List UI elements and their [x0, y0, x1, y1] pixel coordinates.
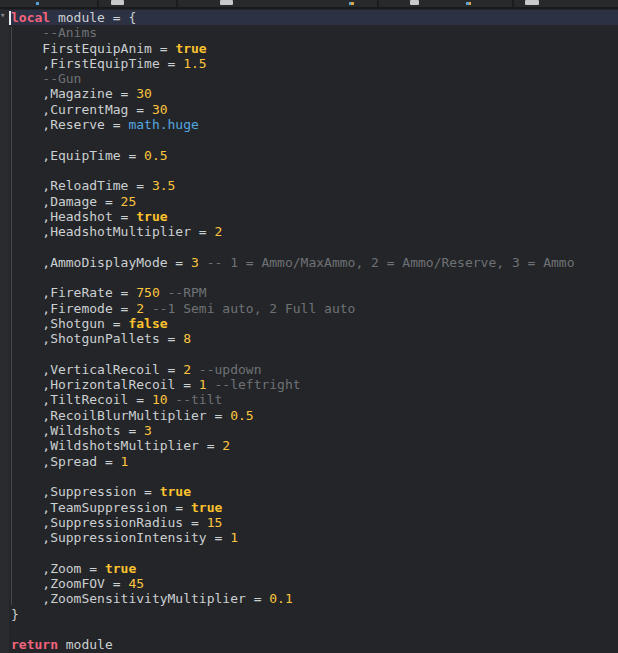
code-token: ,Zoom =	[11, 561, 105, 576]
tab-divider	[512, 0, 514, 7]
code-token: ,VerticalRecoil =	[11, 362, 183, 377]
code-line[interactable]: ,HeadshotMultiplier = 2	[0, 224, 618, 239]
code-line[interactable]: ,WildshotsMultiplier = 2	[0, 438, 618, 453]
code-token: 1	[199, 377, 207, 392]
code-token: 2	[183, 362, 191, 377]
code-token: true	[191, 500, 222, 515]
code-line[interactable]: ,ShotgunPallets = 8	[0, 331, 618, 346]
code-line[interactable]: ,Spread = 1	[0, 454, 618, 469]
code-line[interactable]: ,FirstEquipTime = 1.5	[0, 56, 618, 71]
code-line[interactable]	[0, 545, 618, 560]
code-token: FirstEquipAnim =	[11, 41, 175, 56]
code-line[interactable]	[0, 239, 618, 254]
code-line[interactable]	[0, 347, 618, 362]
code-line[interactable]	[0, 132, 618, 147]
code-token: ,HorizontalRecoil =	[11, 377, 199, 392]
code-line[interactable]: ,EquipTime = 0.5	[0, 148, 618, 163]
code-token: 25	[121, 194, 137, 209]
code-editor[interactable]: local module = { --Anims FirstEquipAnim …	[0, 10, 618, 653]
code-token: 1.5	[183, 56, 206, 71]
code-token: module = {	[50, 10, 136, 25]
code-token: ,FirstEquipTime =	[11, 56, 183, 71]
fold-gutter: ▾	[0, 10, 9, 653]
code-token: ,ShotgunPallets =	[11, 331, 183, 346]
code-line[interactable]: ,ReloadTime = 3.5	[0, 178, 618, 193]
code-token: ,RecoilBlurMultiplier =	[11, 408, 230, 423]
code-line[interactable]: ,SuppressionIntensity = 1	[0, 530, 618, 545]
fold-arrow-icon[interactable]: ▾	[0, 11, 5, 20]
code-line[interactable]: ,Firemode = 2 --1 Semi auto, 2 Full auto	[0, 301, 618, 316]
code-line[interactable]: ,Damage = 25	[0, 194, 618, 209]
code-token: 0.5	[230, 408, 253, 423]
code-line[interactable]	[0, 469, 618, 484]
code-line[interactable]: ,Reserve = math.huge	[0, 117, 618, 132]
script-tab-icon	[349, 2, 354, 5]
code-line[interactable]: ,Magazine = 30	[0, 86, 618, 101]
code-token: 0.5	[144, 148, 167, 163]
code-token: local	[11, 10, 50, 25]
code-token: false	[128, 316, 167, 331]
script-tab-icon	[111, 0, 124, 5]
code-token: true	[136, 209, 167, 224]
code-token: ,Suppression =	[11, 484, 160, 499]
code-line[interactable]: ,Wildshots = 3	[0, 423, 618, 438]
code-line[interactable]: ,Zoom = true	[0, 561, 618, 576]
tab-divider	[97, 0, 99, 7]
code-line[interactable]: }	[0, 607, 618, 622]
code-line[interactable]: ,VerticalRecoil = 2 --updown	[0, 362, 618, 377]
script-tab-icon	[410, 0, 419, 5]
code-token: ,Damage =	[11, 194, 121, 209]
code-token: 2	[222, 438, 230, 453]
code-token: ,TiltRecoil =	[11, 392, 152, 407]
code-line[interactable]: ,SuppressionRadius = 15	[0, 515, 618, 530]
code-line[interactable]: ,Shotgun = false	[0, 316, 618, 331]
code-token: ,EquipTime =	[11, 148, 144, 163]
script-tab-bar[interactable]	[0, 0, 618, 9]
code-line[interactable]: local module = {	[0, 10, 618, 25]
code-line[interactable]: --Anims	[0, 25, 618, 40]
code-line[interactable]	[0, 163, 618, 178]
code-line[interactable]: return module	[0, 637, 618, 652]
code-line[interactable]: ,CurrentMag = 30	[0, 102, 618, 117]
code-line[interactable]: ,Headshot = true	[0, 209, 618, 224]
code-token: ,ZoomFOV =	[11, 576, 128, 591]
code-token: -- 1 = Ammo/MaxAmmo, 2 = Ammo/Reserve, 3…	[199, 255, 575, 270]
text-cursor	[9, 11, 11, 25]
code-token: ,WildshotsMultiplier =	[11, 438, 222, 453]
code-line[interactable]	[0, 622, 618, 637]
code-token: true	[160, 484, 191, 499]
code-line[interactable]: ,HorizontalRecoil = 1 --leftright	[0, 377, 618, 392]
code-line[interactable]: ,ZoomFOV = 45	[0, 576, 618, 591]
code-token: --updown	[191, 362, 261, 377]
tab-divider	[377, 0, 379, 7]
code-token: 8	[183, 331, 191, 346]
code-token: --Gun	[11, 71, 81, 86]
script-tab-icon	[36, 2, 39, 5]
code-line[interactable]: ,AmmoDisplayMode = 3 -- 1 = Ammo/MaxAmmo…	[0, 255, 618, 270]
code-token: true	[175, 41, 206, 56]
code-line[interactable]: ,RecoilBlurMultiplier = 0.5	[0, 408, 618, 423]
code-token: math.huge	[128, 117, 198, 132]
code-token: }	[11, 607, 19, 622]
code-token: ,SuppressionRadius =	[11, 515, 207, 530]
code-line[interactable]: ,FireRate = 750 --RPM	[0, 285, 618, 300]
code-line[interactable]	[0, 270, 618, 285]
code-token: ,ReloadTime =	[11, 178, 152, 193]
tab-divider	[176, 0, 178, 7]
code-line[interactable]: ,Suppression = true	[0, 484, 618, 499]
code-token: ,AmmoDisplayMode =	[11, 255, 191, 270]
code-line[interactable]: --Gun	[0, 71, 618, 86]
code-token: 1	[230, 530, 238, 545]
code-token: 30	[152, 102, 168, 117]
script-tab-icon	[466, 2, 471, 5]
code-line[interactable]: ,ZoomSensitivityMultiplier = 0.1	[0, 591, 618, 606]
code-line[interactable]: ,TiltRecoil = 10 --tilt	[0, 392, 618, 407]
code-token: 0.1	[269, 591, 292, 606]
code-line[interactable]: ,TeamSuppression = true	[0, 500, 618, 515]
code-token: 10	[152, 392, 168, 407]
code-token: return	[11, 637, 58, 652]
code-token: ,Shotgun =	[11, 316, 128, 331]
code-token: 3	[191, 255, 199, 270]
code-line[interactable]: FirstEquipAnim = true	[0, 41, 618, 56]
code-token: --leftright	[207, 377, 301, 392]
